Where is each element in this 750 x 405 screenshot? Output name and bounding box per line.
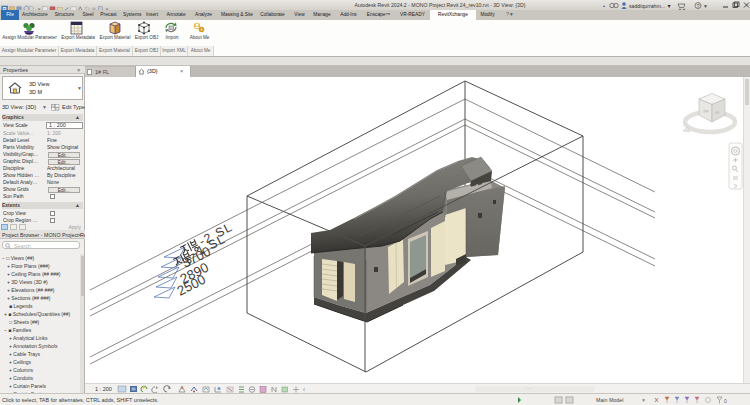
- svg-text:saddiqurrahm... ▼: saddiqurrahm... ▼: [629, 3, 672, 9]
- svg-text:Main Model: Main Model: [596, 397, 623, 403]
- svg-text:▼: ▼: [641, 397, 646, 403]
- svg-text:▼: ▼: [703, 3, 708, 9]
- svg-text:0: 0: [724, 398, 727, 404]
- svg-text:•: •: [603, 3, 605, 9]
- svg-text:?: ?: [696, 3, 699, 9]
- svg-text:‹: ‹: [303, 386, 305, 393]
